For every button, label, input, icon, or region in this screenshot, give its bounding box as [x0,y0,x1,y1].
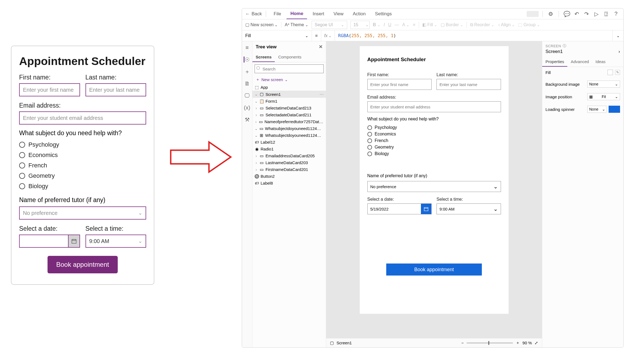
bold-button[interactable]: B [373,22,381,27]
insert-icon[interactable]: ＋ [244,69,250,75]
data-icon[interactable]: 🗎 [244,81,250,87]
hamburger-icon[interactable]: ≡ [244,45,250,51]
border-button[interactable]: ▢Border [441,22,463,27]
tree-node-subject[interactable]: ⌄▭Whatsubjectdoyouneed1124DataCar… [252,125,326,132]
more-icon[interactable]: ⋯ [320,92,324,97]
variables-icon[interactable]: (x) [244,105,250,111]
menu-action[interactable]: Action [349,9,370,19]
fill-picker-icon[interactable]: ✎ [615,70,620,75]
footer-screen-name[interactable]: Screen1 [337,341,352,345]
tree-node-radio1[interactable]: ◉Radio1 [252,146,326,152]
menu-insert[interactable]: Insert [309,9,328,19]
font-color-button[interactable]: A [402,22,410,27]
c-radio-biology[interactable]: Biology [367,150,501,157]
property-selector[interactable]: Fill [242,30,312,41]
media-icon[interactable]: 🖵 [244,93,250,99]
radio-french[interactable]: French [19,160,146,171]
c-radio-french[interactable]: French [367,137,501,144]
c-radio-economics[interactable]: Economics [367,131,501,137]
menu-view[interactable]: View [330,9,347,19]
tree-node-firstname[interactable]: ›▭FirstnameDataCard201 [252,166,326,173]
comment-icon[interactable]: 💬 [563,11,571,17]
calendar-icon[interactable] [421,204,431,214]
tree-node-app[interactable]: ⬚App [252,84,326,91]
tree-node-email[interactable]: ›▭EmailaddressDataCard205 [252,152,326,159]
tree-node-button2[interactable]: 🔘Button2 [252,173,326,180]
c-tutor-select[interactable]: No preference ⌄ [367,181,501,192]
advanced-tools-icon[interactable]: ⚒ [244,117,250,123]
tree-node-selectdate[interactable]: ›▭SelectadateDataCard211 [252,111,326,118]
zoom-in-button[interactable]: ＋ [516,340,520,345]
c-radio-psychology[interactable]: Psychology [367,124,501,131]
tab-components[interactable]: Components [275,52,305,62]
tree-node-selecttime[interactable]: ›▭SelectatimeDataCard213 [252,105,326,111]
radio-economics[interactable]: Economics [19,150,146,160]
reorder-button[interactable]: ⧉Reorder [470,22,494,27]
props-tab-properties[interactable]: Properties [542,57,567,67]
share-icon[interactable]: ⍰ [602,11,610,17]
back-button[interactable]: ←Back [245,11,262,17]
tree-node-screen1[interactable]: ⌄▢Screen1⋯ [252,91,326,98]
font-selector[interactable]: Segoe UI [312,21,347,29]
tree-node-tutor[interactable]: ›▭Nameofpreferredtutor7257DataCard… [252,118,326,125]
redo-icon[interactable]: ↷ [582,11,591,17]
new-screen-button[interactable]: ▢New screen [245,22,278,27]
email-input[interactable] [19,111,146,125]
theme-button[interactable]: AᵃTheme [285,22,308,27]
fill-color-swatch[interactable] [607,70,613,75]
group-button[interactable]: ⬚Group [518,22,540,27]
environment-icon[interactable]: ⚙ [547,11,555,17]
align-button[interactable]: ⫞Align [498,22,515,27]
c-time-select[interactable]: 9:00 AM ⌄ [436,203,501,214]
zoom-slider[interactable] [467,342,513,344]
fit-screen-button[interactable]: ⤢ [535,341,538,345]
props-tab-advanced[interactable]: Advanced [567,57,592,67]
imgpos-select[interactable]: ▦Fit [587,93,620,100]
tree-node-lastname[interactable]: ›▭LastnameDataCard203 [252,159,326,166]
tree-search-input[interactable] [255,64,324,73]
tree-node-label12[interactable]: 🏷Label12 [252,139,326,146]
account-obscured[interactable] [527,11,539,17]
new-screen-link[interactable]: ＋New screen [252,75,326,84]
last-name-input[interactable] [85,83,146,96]
radio-psychology[interactable]: Psychology [19,140,146,150]
time-select[interactable]: 9:00 AM ⌄ [85,235,146,248]
tutor-select[interactable]: No preference ⌄ [19,206,146,220]
calendar-icon[interactable] [68,235,79,247]
formula-input[interactable]: RGBA(255, 255, 255, 1) [335,30,612,41]
align-text-button[interactable]: ≡ [413,22,415,27]
screen-selector-icon[interactable]: ▢ [330,341,334,345]
c-last-input[interactable] [436,79,501,90]
fill-button[interactable]: ◧Fill [422,22,437,27]
zoom-out-button[interactable]: − [461,341,464,345]
underline-button[interactable]: U [388,22,391,27]
props-tab-ideas[interactable]: Ideas [592,57,609,67]
c-date-picker[interactable]: 5/19/2022 [367,203,432,214]
menu-home[interactable]: Home [287,9,307,19]
tree-node-subjectvert[interactable]: ⌄⊞Whatsubjectdoyouneed1124Vert… [252,132,326,139]
tree-view-icon[interactable]: ☉ [244,57,250,63]
tab-screens[interactable]: Screens [252,52,275,62]
c-email-input[interactable] [367,101,501,112]
preview-icon[interactable]: ▷ [592,11,600,17]
undo-icon[interactable]: ↶ [573,11,581,17]
font-size-selector[interactable]: 15 [350,21,370,29]
close-icon[interactable]: ✕ [319,44,323,50]
c-first-input[interactable] [367,79,432,90]
tree-node-label8[interactable]: 🏷Label8 [252,180,326,187]
c-book-button[interactable]: Book appointment [386,264,482,276]
strike-button[interactable]: — [395,22,399,27]
chevron-right-icon[interactable]: › [618,49,620,54]
canvas-screen1[interactable]: Appointment Scheduler First name: Last n… [360,46,509,314]
fx-label[interactable]: fx [321,30,335,41]
info-icon[interactable]: ⓘ [563,43,567,48]
spinner-select[interactable]: None [587,106,606,113]
date-picker[interactable] [19,235,80,248]
spinner-color-swatch[interactable] [609,106,620,113]
expand-formula-button[interactable] [612,30,623,41]
book-appointment-button[interactable]: Book appointment [48,256,118,273]
first-name-input[interactable] [19,83,80,96]
radio-geometry[interactable]: Geometry [19,171,146,181]
radio-biology[interactable]: Biology [19,181,146,191]
c-radio-geometry[interactable]: Geometry [367,144,501,150]
